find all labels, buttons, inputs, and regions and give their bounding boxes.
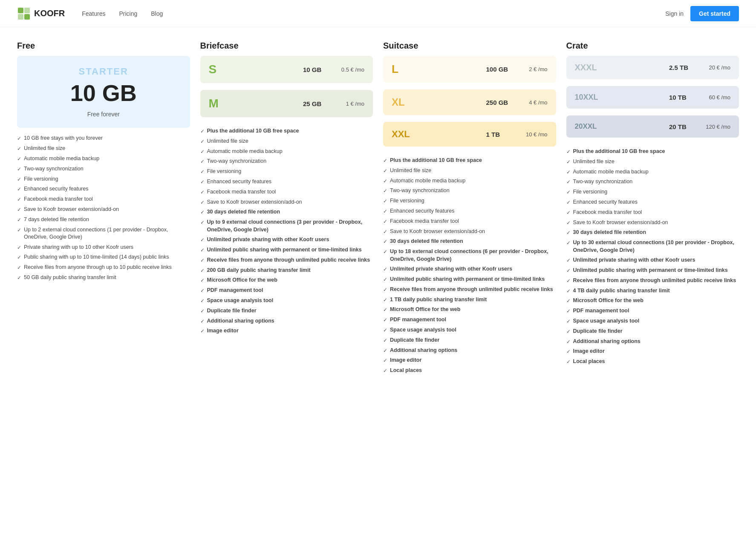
s-check-14: ✓ [383,306,387,314]
crate-feature-19: ✓Image editor [566,348,739,355]
s-check-20: ✓ [383,367,387,375]
c-check-7: ✓ [566,219,571,227]
check-icon-11: ✓ [17,254,21,261]
check-icon-8: ✓ [17,216,21,224]
briefcase-feature-5: ✓Enhanced security features [200,178,373,186]
suitcase-feature-4: ✓File versioning [383,197,556,205]
crate-feature-18: ✓Additional sharing options [566,338,739,346]
briefcase-plan-column: Briefcase S 10 GB 0.5 € /mo M 25 GB 1 € … [200,41,373,377]
check-icon-3: ✓ [17,166,21,173]
crate-plan-title: Crate [566,41,739,51]
suitcase-xl-card[interactable]: XL 250 GB 4 € /mo [383,89,556,115]
s-check-16: ✓ [383,327,387,334]
c-check-6: ✓ [566,209,571,216]
suitcase-xxl-price: 10 € /mo [522,131,548,138]
briefcase-s-storage-price: 10 GB 0.5 € /mo [303,66,364,73]
suitcase-xl-storage-price: 250 GB 4 € /mo [486,99,548,106]
briefcase-s-card[interactable]: S 10 GB 0.5 € /mo [200,56,373,83]
b-check-6: ✓ [200,189,205,196]
s-check-13: ✓ [383,297,387,304]
suitcase-features-list: ✓Plus the additional 10 GB free space ✓U… [383,157,556,377]
suitcase-xl-storage: 250 GB [486,99,512,106]
nav-pricing[interactable]: Pricing [119,10,137,17]
b-check-13: ✓ [200,267,205,274]
c-check-18: ✓ [566,338,571,346]
nav-blog[interactable]: Blog [151,10,163,17]
suitcase-feature-10: ✓Unlimited private sharing with other Ko… [383,265,556,273]
crate-xxxl-card[interactable]: XXXL 2.5 TB 20 € /mo [566,56,739,79]
s-check-2: ✓ [383,178,387,185]
c-check-16: ✓ [566,318,571,325]
suitcase-feature-16: ✓Space usage analysis tool [383,326,556,334]
s-check-9: ✓ [383,248,387,256]
suitcase-feature-6: ✓Facebook media transfer tool [383,218,556,225]
suitcase-xl-letter: XL [392,96,409,108]
s-check-4: ✓ [383,198,387,205]
b-check-12: ✓ [200,257,205,264]
svg-rect-2 [18,14,23,20]
koofr-logo-icon [17,7,31,20]
crate-10xxl-storage: 10 TB [669,94,695,101]
header-right: Sign in Get started [665,6,739,21]
briefcase-feature-15: ✓PDF management tool [200,287,373,294]
get-started-button[interactable]: Get started [690,6,739,21]
crate-features-list: ✓Plus the additional 10 GB free space ✓U… [566,148,739,368]
crate-feature-15: ✓PDF management tool [566,307,739,315]
b-check-2: ✓ [200,148,205,156]
crate-10xxl-storage-price: 10 TB 60 € /mo [669,94,730,101]
crate-10xxl-card[interactable]: 10XXL 10 TB 60 € /mo [566,86,739,109]
suitcase-xxl-card[interactable]: XXL 1 TB 10 € /mo [383,122,556,147]
briefcase-feature-1: ✓Unlimited file size [200,138,373,145]
suitcase-xxl-storage-price: 1 TB 10 € /mo [486,131,548,138]
briefcase-feature-0: ✓Plus the additional 10 GB free space [200,127,373,135]
crate-feature-4: ✓File versioning [566,188,739,196]
suitcase-l-letter: L [392,63,409,76]
suitcase-l-card[interactable]: L 100 GB 2 € /mo [383,56,556,83]
suitcase-feature-14: ✓Microsoft Office for the web [383,306,556,314]
crate-feature-13: ✓4 TB daily public sharing transfer limi… [566,287,739,295]
suitcase-plan-column: Suitcase L 100 GB 2 € /mo XL 250 GB 4 € … [383,41,556,377]
suitcase-feature-18: ✓Additional sharing options [383,347,556,355]
c-check-15: ✓ [566,308,571,315]
briefcase-feature-9: ✓Up to 9 external cloud connections (3 p… [200,219,373,233]
s-check-3: ✓ [383,187,387,195]
briefcase-m-card[interactable]: M 25 GB 1 € /mo [200,90,373,117]
b-check-9: ✓ [200,219,205,226]
free-feature-10: ✓Private sharing with up to 10 other Koo… [17,244,190,251]
check-icon-2: ✓ [17,156,21,163]
crate-cards: XXXL 2.5 TB 20 € /mo 10XXL 10 TB 60 € /m… [566,56,739,141]
crate-10xxl-price: 60 € /mo [705,94,730,101]
svg-rect-0 [18,8,23,13]
logo[interactable]: KOOFR [17,7,65,20]
sign-in-link[interactable]: Sign in [665,10,684,17]
b-check-16: ✓ [200,297,205,305]
free-feature-2: ✓Automatic mobile media backup [17,155,190,163]
crate-xxxl-storage: 2.5 TB [669,64,695,71]
crate-20xxl-storage: 20 TB [669,123,695,130]
svg-rect-1 [24,8,30,13]
crate-20xxl-card[interactable]: 20XXL 20 TB 120 € /mo [566,115,739,138]
free-sub-label: Free forever [27,111,180,118]
crate-feature-3: ✓Two-way synchronization [566,178,739,186]
free-feature-13: ✓50 GB daily public sharing transfer lim… [17,274,190,282]
suitcase-plan-title: Suitcase [383,41,556,51]
b-check-4: ✓ [200,168,205,176]
b-check-15: ✓ [200,287,205,294]
s-check-15: ✓ [383,317,387,324]
c-check-12: ✓ [566,277,571,285]
svg-rect-3 [24,14,30,20]
crate-feature-1: ✓Unlimited file size [566,158,739,166]
briefcase-feature-3: ✓Two-way synchronization [200,158,373,165]
suitcase-feature-0: ✓Plus the additional 10 GB free space [383,157,556,164]
crate-feature-7: ✓Save to Koofr browser extension/add-on [566,219,739,227]
c-check-9: ✓ [566,239,571,247]
free-feature-5: ✓Enhanced security features [17,185,190,193]
crate-feature-20: ✓Local places [566,358,739,366]
briefcase-feature-14: ✓Microsoft Office for the web [200,277,373,284]
main-nav: Features Pricing Blog [82,10,163,17]
s-check-11: ✓ [383,276,387,283]
nav-features[interactable]: Features [82,10,105,17]
briefcase-feature-11: ✓Unlimited public sharing with permanent… [200,246,373,254]
crate-feature-12: ✓Receive files from anyone through unlim… [566,277,739,285]
briefcase-plan-title: Briefcase [200,41,373,51]
